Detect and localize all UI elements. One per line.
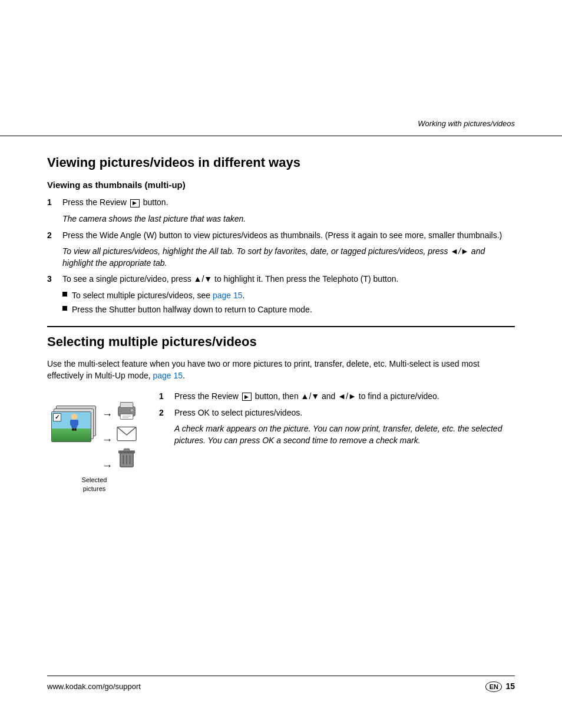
trash-icon [118, 448, 135, 468]
step-1-number: 1 [47, 197, 59, 209]
bullet-list: To select multiple pictures/videos, see … [62, 290, 515, 315]
arrows-column: → → → [102, 407, 113, 473]
page-link-1: page 15 [213, 291, 243, 300]
footer: www.kodak.com/go/support EN 15 [47, 676, 515, 693]
svg-rect-9 [123, 416, 131, 417]
select-step-1-content: Press the Review ▶ button, then ▲/▼ and … [174, 391, 515, 403]
person-silhouette [68, 413, 80, 431]
section2-title: Selecting multiple pictures/videos [47, 333, 515, 351]
illustration: ✓ → → → [47, 391, 141, 493]
photo-stack: ✓ [51, 406, 98, 459]
svg-rect-15 [124, 449, 129, 452]
select-step-1: 1 Press the Review ▶ button, then ▲/▼ an… [159, 391, 515, 403]
step-2-italic: To view all pictures/videos, highlight t… [62, 246, 515, 269]
photo-checkmark: ✓ [53, 413, 61, 421]
mail-icon [117, 426, 137, 442]
subsection1-title: Viewing as thumbnails (multi-up) [47, 179, 515, 191]
arrow-2: → [102, 433, 113, 447]
content: Viewing pictures/videos in different way… [0, 136, 562, 541]
step-3-number: 3 [47, 274, 59, 285]
section-divider [47, 326, 515, 327]
step-2-number: 2 [47, 230, 59, 242]
bullet-item-2: Press the Shutter button halfway down to… [62, 304, 515, 316]
header-title: Working with pictures/videos [418, 119, 515, 128]
svg-point-0 [71, 414, 77, 420]
svg-rect-4 [72, 428, 74, 431]
arrows-icons-column: → → → [102, 398, 113, 473]
step-1: 1 Press the Review ▶ button. [47, 197, 515, 209]
bullet-1-text: To select multiple pictures/videos, see … [72, 290, 244, 302]
page: Working with pictures/videos Viewing pic… [0, 0, 562, 728]
footer-lang-badge: EN [485, 681, 502, 692]
footer-right: EN 15 [485, 681, 515, 693]
multi-select-section: Use the multi-select feature when you ha… [47, 358, 515, 494]
svg-point-11 [131, 409, 133, 411]
illustration-label: Selectedpictures [82, 476, 107, 494]
review-icon-2: ▶ [242, 393, 252, 401]
footer-url: www.kodak.com/go/support [47, 681, 141, 692]
step-3: 3 To see a single picture/video, press ▲… [47, 274, 515, 285]
step-2-content: Press the Wide Angle (W) button to view … [62, 230, 515, 242]
steps-right: 1 Press the Review ▶ button, then ▲/▼ an… [159, 391, 515, 451]
illustration-inner: ✓ → → → [51, 391, 137, 473]
select-step-2-italic: A check mark appears on the picture. You… [174, 423, 515, 446]
svg-rect-3 [76, 420, 78, 426]
step-2: 2 Press the Wide Angle (W) button to vie… [47, 230, 515, 242]
step-1-italic: The camera shows the last picture that w… [62, 213, 515, 225]
svg-rect-7 [120, 402, 133, 407]
multi-select-body: ✓ → → → [47, 391, 515, 493]
header-section: Working with pictures/videos [0, 0, 562, 136]
svg-rect-2 [70, 420, 72, 426]
section1-title: Viewing pictures/videos in different way… [47, 154, 515, 172]
select-step-2-content: Press OK to select pictures/videos. [174, 407, 515, 419]
select-step-2: 2 Press OK to select pictures/videos. [159, 407, 515, 419]
footer-page-num: 15 [505, 681, 515, 693]
printer-icon [116, 401, 137, 420]
select-step-2-number: 2 [159, 407, 171, 419]
multi-select-description: Use the multi-select feature when you ha… [47, 358, 515, 381]
bullet-item-1: To select multiple pictures/videos, see … [62, 290, 515, 302]
select-step-1-number: 1 [159, 391, 171, 403]
arrow-1: → [102, 407, 113, 422]
step-3-content: To see a single picture/video, press ▲/▼… [62, 274, 515, 285]
page-link-2: page 15 [153, 371, 183, 380]
svg-rect-10 [123, 417, 129, 419]
bullet-2-text: Press the Shutter button halfway down to… [72, 304, 312, 316]
svg-rect-5 [74, 428, 77, 431]
bullet-square-1 [62, 292, 67, 297]
photo-card-front: ✓ [51, 411, 91, 442]
arrow-3: → [102, 459, 113, 473]
bullet-square-2 [62, 306, 67, 311]
review-icon: ▶ [130, 199, 140, 207]
step-1-content: Press the Review ▶ button. [62, 197, 515, 209]
device-icons [116, 401, 137, 468]
